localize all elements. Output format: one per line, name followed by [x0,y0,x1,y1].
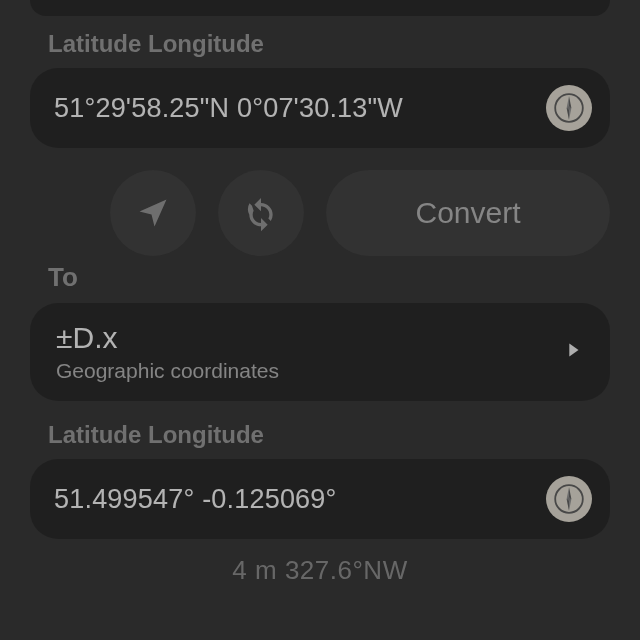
distance-bearing-readout: 4 m 327.6°NW [30,555,610,586]
compass-button-input[interactable] [546,85,592,131]
compass-icon [554,484,584,514]
compass-icon [554,93,584,123]
svg-marker-9 [567,499,569,511]
output-format-card[interactable]: ±D.x Geographic coordinates [30,303,610,401]
previous-card-edge [30,0,610,16]
convert-button[interactable]: Convert [326,170,610,256]
svg-marker-4 [569,108,571,120]
format-text-block: ±D.x Geographic coordinates [56,321,279,383]
input-coordinate-value: 51°29'58.25"N 0°07'30.13"W [54,93,403,124]
output-coordinate-field[interactable]: 51.499547° -0.125069° [30,459,610,539]
svg-point-5 [567,106,571,110]
svg-marker-10 [569,499,571,511]
format-title: ±D.x [56,321,279,355]
svg-marker-1 [569,96,571,108]
output-coordinate-value: 51.499547° -0.125069° [54,484,337,515]
actions-row: Convert [30,170,610,256]
output-section-label: Latitude Longitude [48,421,610,449]
svg-marker-8 [567,487,569,499]
refresh-icon [241,193,281,233]
svg-marker-3 [567,108,569,120]
input-section-label: Latitude Longitude [48,30,610,58]
to-label: To [48,262,610,293]
compass-button-output[interactable] [546,476,592,522]
convert-button-label: Convert [415,196,520,230]
svg-point-11 [567,497,571,501]
chevron-right-icon [562,335,584,369]
svg-marker-7 [569,487,571,499]
format-subtitle: Geographic coordinates [56,359,279,383]
svg-marker-2 [567,96,569,108]
location-arrow-icon [135,195,171,231]
locate-button[interactable] [110,170,196,256]
refresh-button[interactable] [218,170,304,256]
input-coordinate-field[interactable]: 51°29'58.25"N 0°07'30.13"W [30,68,610,148]
